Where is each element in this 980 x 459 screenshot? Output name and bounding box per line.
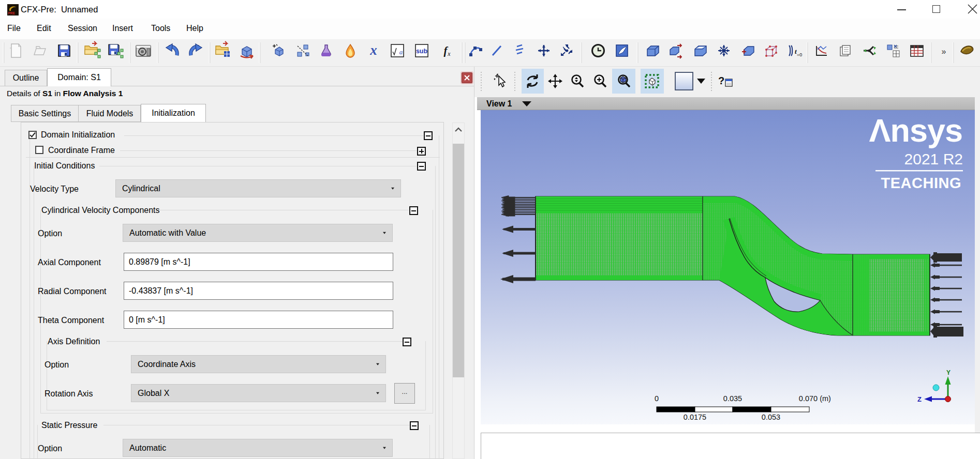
svg-text:»: » [942, 47, 946, 56]
svg-text:0.0175: 0.0175 [684, 413, 706, 421]
svg-text:Λnsys: Λnsys [869, 112, 962, 148]
svg-text:a: a [399, 48, 403, 56]
svg-text:x: x [369, 42, 377, 58]
svg-text:Y: Y [946, 369, 951, 376]
svg-text:0.035: 0.035 [723, 394, 742, 403]
svg-text:0.053: 0.053 [762, 413, 780, 421]
svg-text:x: x [447, 50, 451, 57]
svg-text:PRE: PRE [8, 11, 16, 15]
svg-text:TEACHING: TEACHING [881, 175, 961, 191]
svg-text:Z: Z [917, 395, 922, 403]
svg-text:sub: sub [416, 48, 428, 55]
svg-text:0.070: 0.070 [799, 394, 818, 403]
svg-text:=0: =0 [797, 52, 802, 57]
svg-text:2021 R2: 2021 R2 [904, 150, 963, 167]
svg-text:0: 0 [655, 394, 659, 403]
svg-text:?: ? [718, 75, 724, 86]
svg-text:(m): (m) [820, 394, 831, 403]
